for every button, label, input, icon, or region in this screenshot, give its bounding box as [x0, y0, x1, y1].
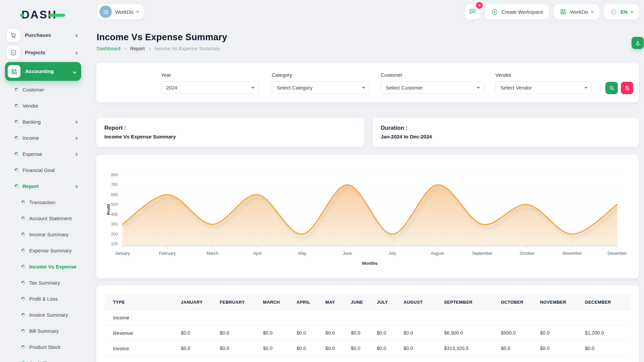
year-select[interactable]: 2024 — [161, 81, 259, 94]
sidebar-item-income-summary[interactable]: Income Summary — [0, 226, 96, 242]
sidebar-item-report[interactable]: Report — [0, 178, 96, 194]
sidebar-item-financial-goal[interactable]: Financial Goal — [0, 162, 96, 178]
cell-value: $0.0 — [317, 325, 342, 341]
customer-selected-value: Select Customer — [386, 85, 423, 90]
sidebar-item-label: Purchases — [25, 32, 51, 38]
column-header-september: SEPTEMBER — [436, 295, 492, 310]
sidebar-item-tax-summary[interactable]: Tax Summary — [0, 275, 96, 291]
bullet-icon — [21, 313, 25, 317]
svg-text:July: July — [388, 251, 396, 256]
chevron-down-icon — [252, 86, 254, 88]
svg-text:500: 500 — [111, 202, 118, 207]
sidebar-item-income-vs-expense[interactable]: Income Vs Expense — [0, 258, 96, 275]
sidebar-item-label: Vendor — [22, 103, 39, 109]
cell-value: $0.0 — [395, 341, 436, 356]
column-header-july: JULY — [368, 295, 395, 310]
cell-value: $0.0 — [342, 325, 368, 341]
sidebar-item-banking[interactable]: Banking — [0, 114, 96, 130]
column-header-april: APRIL — [288, 295, 317, 310]
download-button[interactable] — [632, 37, 644, 49]
cell-value: $1,200.0 — [577, 325, 631, 341]
breadcrumb-report[interactable]: Report — [130, 46, 145, 51]
report-card-value: Income Vs Expense Summary — [104, 134, 356, 139]
svg-text:May: May — [299, 251, 307, 256]
vendor-select[interactable]: Select Vendor — [495, 81, 592, 94]
sidebar-item-label: Cash Flow — [29, 360, 53, 362]
breadcrumb-income-vs-expense-summary: Income Vs Expense Summary — [154, 46, 220, 51]
filter-actions — [605, 82, 633, 94]
app-screen: DASH PurchasesProjectsAccountingCustomer… — [0, 0, 644, 362]
sidebar-item-invoice-summary[interactable]: Invoice Summary — [0, 307, 96, 323]
workspace-menu-button[interactable]: WorkDo — [554, 4, 599, 19]
page-head: Income Vs Expense Summary DashboardRepor… — [97, 32, 227, 51]
sidebar-item-profit-loss[interactable]: Profit & Loss — [0, 291, 96, 307]
language-button[interactable]: EN — [604, 4, 639, 19]
income-expense-table: TYPEJANUARYFEBRUARYMARCHAPRILMAYJUNEJULY… — [105, 295, 631, 362]
cell-value: $0.0 — [288, 341, 317, 356]
category-select[interactable]: Select Category — [272, 81, 370, 94]
chevron-down-icon — [631, 10, 633, 12]
create-workspace-button[interactable]: Create Workspace — [485, 4, 549, 19]
row-label: Expense : — [105, 356, 172, 362]
sidebar-item-projects[interactable]: Projects — [0, 44, 96, 61]
sidebar-item-income[interactable]: Income — [0, 130, 96, 146]
chart-card: 100200300400500600700800JanuaryFebruaryM… — [96, 155, 639, 278]
app-logo[interactable]: DASH — [21, 8, 57, 22]
workspace-name: WorkDo — [115, 9, 133, 15]
profit-area-chart: 100200300400500600700800JanuaryFebruaryM… — [105, 162, 631, 268]
sidebar-item-label: Financial Goal — [22, 167, 55, 173]
sidebar-item-bill-summary[interactable]: Bill Summary — [0, 323, 96, 339]
sidebar-item-product-stock[interactable]: Product Stock — [0, 339, 96, 355]
chevron-down-icon — [591, 10, 594, 12]
sidebar-item-label: Accounting — [25, 68, 54, 74]
reset-filter-button[interactable] — [621, 82, 633, 94]
chevron-right-icon — [75, 183, 77, 189]
svg-text:August: August — [431, 251, 444, 256]
chevron-down-icon — [477, 86, 480, 88]
table-row-revenue: Revenue$0.0$0.0$0.0$0.0$0.0$0.0$0.0$0.0$… — [105, 325, 631, 341]
duration-card-title: Duration : — [381, 125, 631, 131]
workspace-selector[interactable]: WorkDo — [98, 4, 144, 19]
topbar: WorkDo 0 Create Workspace WorkDo — [96, 4, 639, 19]
customer-select[interactable]: Select Customer — [381, 81, 484, 94]
svg-text:October: October — [520, 251, 535, 256]
sidebar-item-accounting[interactable]: Accounting — [5, 62, 81, 81]
svg-text:January: January — [115, 251, 130, 256]
sidebar-item-expense-summary[interactable]: Expense Summary — [0, 242, 96, 258]
clear-filter-icon — [624, 85, 630, 91]
table-header-row: TYPEJANUARYFEBRUARYMARCHAPRILMAYJUNEJULY… — [105, 295, 631, 310]
customer-field: CustomerSelect Customer — [381, 72, 484, 94]
sidebar-item-customer[interactable]: Customer — [0, 81, 96, 98]
sidebar-item-vendor[interactable]: Vendor — [0, 98, 96, 114]
cell-value: $0.0 — [172, 325, 211, 341]
search-icon — [609, 85, 615, 91]
svg-text:December: December — [607, 251, 627, 256]
column-header-december: DECEMBER — [577, 295, 631, 310]
apply-filter-button[interactable] — [605, 82, 618, 94]
messages-button[interactable]: 0 — [465, 4, 480, 19]
svg-text:400: 400 — [111, 212, 118, 217]
sidebar-item-account-statement[interactable]: Account Statement — [0, 210, 96, 226]
column-header-january: JANUARY — [172, 295, 211, 310]
bullet-icon — [21, 345, 25, 349]
tasks-icon — [7, 46, 20, 59]
sidebar-item-expense[interactable]: Expense — [0, 146, 96, 162]
page-title: Income Vs Expense Summary — [97, 32, 227, 43]
category-selected-value: Select Category — [277, 85, 313, 90]
cell-value: $0.0 — [342, 341, 368, 356]
sidebar-item-label: Bill Summary — [29, 328, 59, 334]
sidebar-item-label: Income Vs Expense — [29, 264, 76, 269]
sidebar-item-cash-flow[interactable]: Cash Flow — [0, 355, 96, 362]
svg-text:800: 800 — [111, 173, 118, 177]
customer-label: Customer — [381, 72, 484, 78]
bullet-icon — [15, 136, 18, 140]
row-label: Income : — [105, 310, 172, 325]
plus-circle-icon — [491, 8, 498, 15]
sidebar-item-purchases[interactable]: Purchases — [0, 26, 96, 44]
svg-text:Months: Months — [362, 261, 377, 266]
year-selected-value: 2024 — [166, 85, 177, 90]
sidebar-item-label: Income — [22, 135, 39, 141]
breadcrumb-dashboard[interactable]: Dashboard — [97, 46, 120, 51]
filter-fields: Year2024CategorySelect CategoryCustomerS… — [161, 72, 592, 94]
sidebar-item-transaction[interactable]: Transaction — [0, 194, 96, 210]
